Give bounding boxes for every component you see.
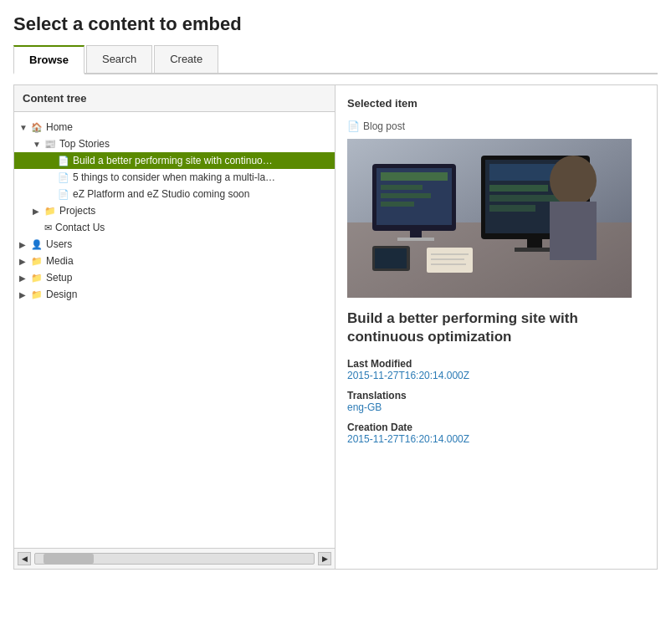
svg-rect-13 <box>489 185 548 192</box>
meta-value-translations: eng-GB <box>347 401 645 413</box>
svg-rect-5 <box>381 185 423 190</box>
chevron-top-stories: ▼ <box>33 140 44 149</box>
meta-creation-date: Creation Date 2015-11-27T16:20:14.000Z <box>347 422 645 445</box>
preview-image <box>347 139 632 298</box>
item-title: Build a better performing site with cont… <box>347 309 645 346</box>
content-tree: ▼ Home ▼ Top Stories Build a better perf… <box>14 112 335 548</box>
right-panel: Selected item 📄 Blog post <box>336 84 658 570</box>
folder-icon-setup <box>31 272 43 284</box>
meta-value-last-modified: 2015-11-27T16:20:14.000Z <box>347 370 645 381</box>
tree-node-build-better[interactable]: Build a better performing site with cont… <box>14 152 335 169</box>
tree-node-ez-platform[interactable]: eZ Platform and eZ Studio coming soon <box>14 186 335 202</box>
stories-icon <box>44 138 56 150</box>
folder-icon-projects <box>44 205 56 217</box>
meta-label-creation-date: Creation Date <box>347 422 645 433</box>
tree-node-contact-us[interactable]: Contact Us <box>14 219 335 236</box>
svg-rect-19 <box>550 202 597 260</box>
svg-rect-15 <box>489 205 535 212</box>
node-label-build-better: Build a better performing site with cont… <box>73 155 273 166</box>
node-label-home: Home <box>46 121 73 133</box>
meta-label-translations: Translations <box>347 390 645 401</box>
tree-node-home[interactable]: ▼ Home <box>14 119 335 135</box>
tree-node-design[interactable]: ▶ Design <box>14 286 335 303</box>
scroll-right-arrow[interactable]: ▶ <box>318 552 331 565</box>
horizontal-scrollbar[interactable]: ◀ ▶ <box>14 548 335 569</box>
tree-node-top-stories[interactable]: ▼ Top Stories <box>14 135 335 152</box>
content-type-label: Blog post <box>363 120 405 132</box>
content-type-icon: 📄 <box>347 120 360 132</box>
svg-rect-6 <box>381 193 431 198</box>
scroll-left-arrow[interactable]: ◀ <box>18 552 31 565</box>
dialog-title: Select a content to embed <box>13 13 658 35</box>
person-icon-users <box>31 238 43 250</box>
doc-icon-build-better <box>58 155 69 166</box>
svg-point-18 <box>550 156 597 206</box>
preview-image-svg <box>347 139 632 298</box>
doc-icon-5-things <box>58 171 69 183</box>
node-label-setup: Setup <box>46 272 72 284</box>
node-label-contact-us: Contact Us <box>55 222 105 233</box>
tree-node-5-things[interactable]: 5 things to consider when making a multi… <box>14 169 335 186</box>
tree-node-users[interactable]: ▶ Users <box>14 236 335 253</box>
node-label-design: Design <box>46 289 77 300</box>
chevron-projects: ▶ <box>33 207 44 216</box>
doc-icon-ez-platform <box>58 188 69 200</box>
env-icon-contact-us <box>44 222 52 233</box>
svg-rect-14 <box>489 195 565 202</box>
tab-create[interactable]: Create <box>154 45 218 73</box>
svg-rect-21 <box>375 248 407 268</box>
scrollbar-track[interactable] <box>34 553 315 565</box>
tree-node-projects[interactable]: ▶ Projects <box>14 202 335 219</box>
meta-last-modified: Last Modified 2015-11-27T16:20:14.000Z <box>347 358 645 381</box>
chevron-design: ▶ <box>19 290 31 299</box>
folder-icon-media <box>31 255 43 267</box>
svg-rect-7 <box>381 202 414 207</box>
chevron-media: ▶ <box>19 257 31 266</box>
svg-rect-22 <box>427 248 473 273</box>
svg-rect-9 <box>397 238 434 241</box>
node-label-top-stories: Top Stories <box>59 138 110 150</box>
tab-browse[interactable]: Browse <box>13 45 85 74</box>
tree-node-media[interactable]: ▶ Media <box>14 253 335 269</box>
tab-search[interactable]: Search <box>86 45 152 73</box>
node-label-media: Media <box>46 255 74 267</box>
meta-translations: Translations eng-GB <box>347 390 645 413</box>
node-label-projects: Projects <box>59 205 95 217</box>
home-icon <box>31 121 43 133</box>
chevron-setup: ▶ <box>19 273 31 283</box>
node-label-ez-platform: eZ Platform and eZ Studio coming soon <box>73 188 249 200</box>
content-tree-header: Content tree <box>14 85 335 112</box>
tree-node-setup[interactable]: ▶ Setup <box>14 269 335 286</box>
meta-label-last-modified: Last Modified <box>347 358 645 370</box>
chevron-users: ▶ <box>19 240 31 249</box>
node-label-5-things: 5 things to consider when making a multi… <box>73 171 275 183</box>
embed-dialog: Select a content to embed Browse Search … <box>0 0 671 644</box>
chevron-home: ▼ <box>19 123 31 132</box>
left-panel: Content tree ▼ Home ▼ Top Stories <box>13 84 336 570</box>
scrollbar-thumb[interactable] <box>44 554 94 564</box>
content-type-badge: 📄 Blog post <box>347 120 405 132</box>
content-area: Content tree ▼ Home ▼ Top Stories <box>13 84 658 570</box>
node-label-users: Users <box>46 238 72 250</box>
meta-value-creation-date: 2015-11-27T16:20:14.000Z <box>347 433 645 445</box>
svg-rect-4 <box>381 172 448 181</box>
tab-bar: Browse Search Create <box>13 45 658 74</box>
folder-icon-design <box>31 289 43 300</box>
selected-item-header: Selected item <box>347 97 645 110</box>
